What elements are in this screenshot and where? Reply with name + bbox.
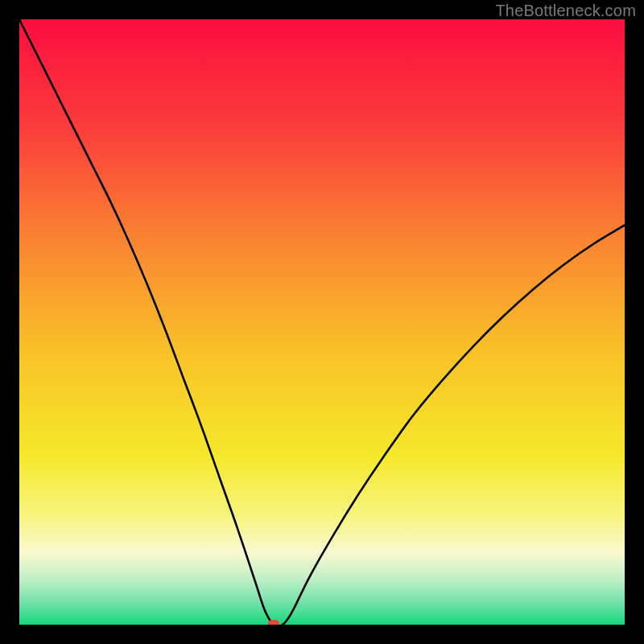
bottleneck-chart [19, 19, 625, 625]
attribution-label: TheBottleneck.com [495, 2, 636, 20]
chart-frame: TheBottleneck.com [0, 0, 644, 644]
plot-area [19, 19, 625, 625]
gradient-background [19, 19, 625, 625]
